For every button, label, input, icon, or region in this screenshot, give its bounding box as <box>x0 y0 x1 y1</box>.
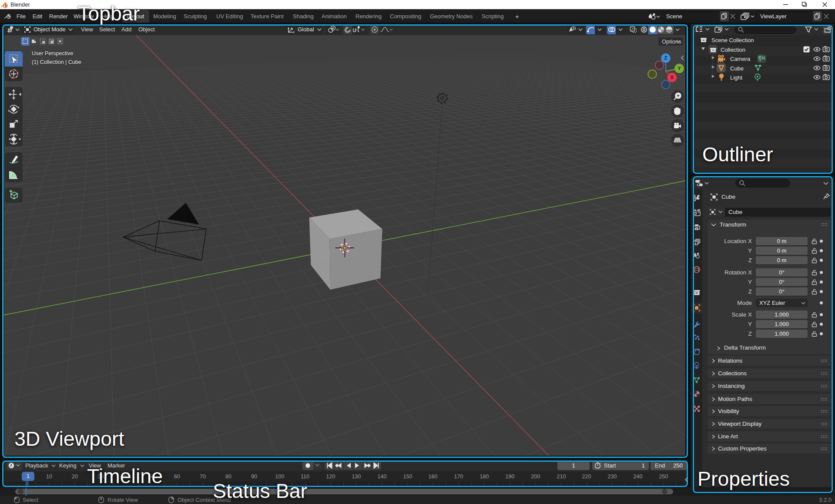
svg-text:X: X <box>671 75 674 80</box>
svg-text:Z: Z <box>664 55 667 60</box>
svg-text:Y: Y <box>677 66 681 71</box>
